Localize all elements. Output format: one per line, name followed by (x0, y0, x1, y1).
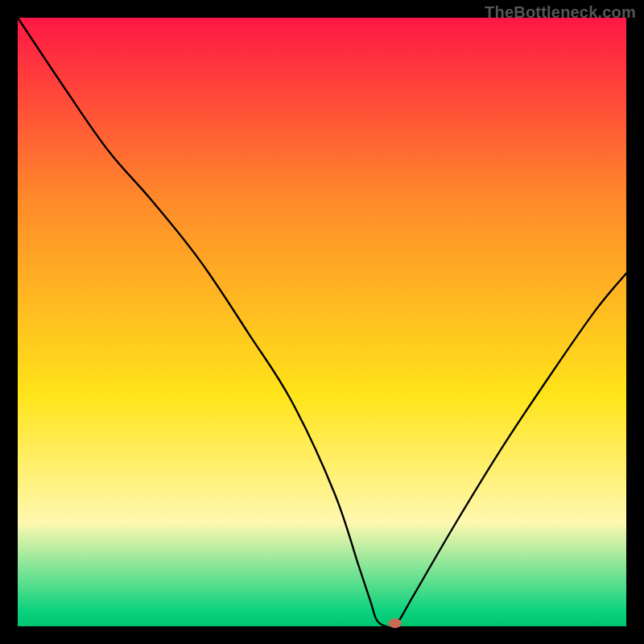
chart-plot-area (18, 18, 626, 626)
bottleneck-chart (0, 0, 644, 644)
optimal-point-marker (389, 618, 402, 628)
chart-container: TheBottleneck.com (0, 0, 644, 644)
watermark-text: TheBottleneck.com (485, 3, 636, 22)
